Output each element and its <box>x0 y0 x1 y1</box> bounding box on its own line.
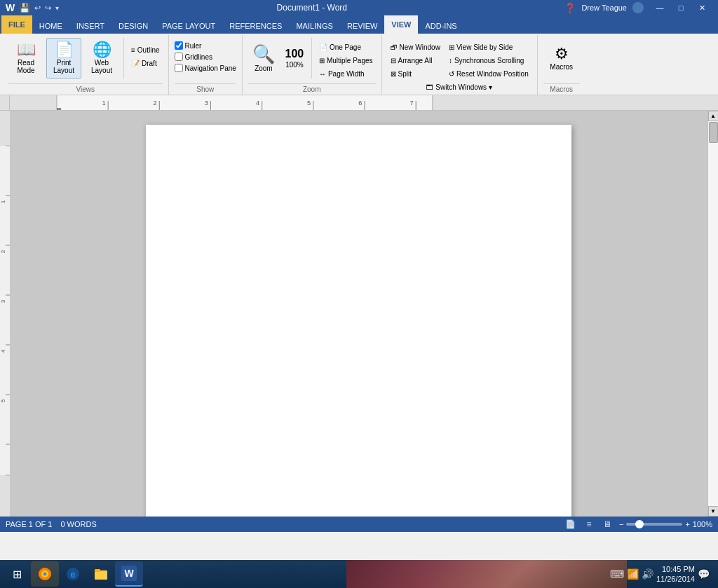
page-width-btn[interactable]: ↔ Page Width <box>316 67 376 80</box>
vertical-ruler-svg: 1 2 3 4 5 <box>0 111 10 517</box>
zoom-slider[interactable] <box>626 523 682 526</box>
views-group: 📖 ReadMode 📄 PrintLayout 🌐 WebLayout ≡ O… <box>3 35 169 95</box>
arrange-all-btn[interactable]: ⊟ Arrange All <box>388 54 443 67</box>
multiple-pages-btn[interactable]: ⊞ Multiple Pages <box>316 54 376 67</box>
file-explorer-btn[interactable] <box>87 561 115 587</box>
tab-home[interactable]: HOME <box>32 18 69 34</box>
svg-point-37 <box>43 573 47 576</box>
view-side-by-side-btn[interactable]: ⊞ View Side by Side <box>446 41 531 53</box>
volume-icon[interactable]: 🔊 <box>642 568 653 580</box>
start-btn[interactable]: ⊞ <box>3 561 31 587</box>
ruler-area: 1 2 3 4 5 6 7 <box>0 95 718 111</box>
draft-btn[interactable]: 📝 Draft <box>128 57 163 69</box>
new-window-btn[interactable]: 🗗 New Window <box>388 41 443 53</box>
file-explorer-icon <box>93 566 109 582</box>
navpane-checkbox[interactable] <box>175 64 183 72</box>
svg-rect-21 <box>0 475 10 517</box>
firefox-btn[interactable] <box>31 561 59 587</box>
view-web-btn[interactable]: 🖥 <box>601 518 614 531</box>
scroll-up-btn[interactable]: ▲ <box>708 111 719 121</box>
minimize-btn[interactable]: — <box>649 0 670 15</box>
zoom-label: Zoom <box>248 83 376 95</box>
views-divider <box>123 38 124 78</box>
taskbar: ⊞ e W ⌨ 📶 🔊 10:45 PM 11/26/2014 💬 <box>0 560 718 588</box>
outline-btn[interactable]: ≡ Outline <box>128 43 163 56</box>
system-clock[interactable]: 10:45 PM 11/26/2014 <box>656 564 695 584</box>
view-print-btn[interactable]: 📄 <box>564 518 577 531</box>
zoom-100-btn[interactable]: 100 100% <box>282 38 307 78</box>
tab-view[interactable]: VIEW <box>384 15 418 34</box>
show-group: Ruler Gridlines Navigation Pane Show <box>169 35 243 95</box>
switch-windows-btn[interactable]: 🗔 Switch Windows ▾ <box>388 81 531 93</box>
ruler-checkbox[interactable] <box>175 41 183 50</box>
views-group-content: 📖 ReadMode 📄 PrintLayout 🌐 WebLayout ≡ O… <box>8 38 163 82</box>
close-btn[interactable]: ✕ <box>691 0 712 15</box>
title-bar: W 💾 ↩ ↪ ▾ Document1 - Word ❓ Drew Teague… <box>0 0 718 15</box>
tab-review[interactable]: REVIEW <box>340 18 384 34</box>
maximize-btn[interactable]: □ <box>670 0 691 15</box>
reset-window-btn[interactable]: ↺ Reset Window Position <box>446 67 531 80</box>
read-mode-icon: 📖 <box>17 42 36 57</box>
scroll-thumb[interactable] <box>709 122 718 143</box>
new-window-icon: 🗗 <box>391 43 398 51</box>
tab-design[interactable]: DESIGN <box>111 18 155 34</box>
gridlines-checkbox[interactable] <box>175 53 183 61</box>
split-btn[interactable]: ⊠ Split <box>388 67 443 80</box>
zoom-100-label: 100% <box>285 61 304 69</box>
zoom-btn[interactable]: 🔍 Zoom <box>248 38 279 78</box>
scroll-track[interactable] <box>708 121 719 506</box>
zoom-minus-btn[interactable]: − <box>619 520 623 528</box>
sync-scrolling-btn[interactable]: ↕ Synchronous Scrolling <box>446 54 531 67</box>
sync-scroll-icon: ↕ <box>449 57 452 64</box>
print-layout-btn[interactable]: 📄 PrintLayout <box>46 38 81 78</box>
macros-btn[interactable]: ⚙ Macros <box>543 38 580 78</box>
network-icon[interactable]: 📶 <box>627 568 639 580</box>
undo-btn[interactable]: ↩ <box>34 4 41 13</box>
tab-insert[interactable]: INSERT <box>69 18 111 34</box>
status-right: 📄 ≡ 🖥 − + 100% <box>564 518 712 531</box>
word-btn[interactable]: W <box>115 561 143 587</box>
svg-text:1: 1 <box>102 100 105 107</box>
taskbar-bg <box>346 560 627 588</box>
customize-qa-icon[interactable]: ▾ <box>55 4 59 12</box>
zoom-divider <box>311 38 312 78</box>
one-page-btn[interactable]: 📄 One Page <box>316 41 376 53</box>
scroll-down-btn[interactable]: ▼ <box>708 506 719 517</box>
svg-text:3: 3 <box>205 100 208 107</box>
tab-file[interactable]: FILE <box>1 15 32 34</box>
notifications-icon[interactable]: 💬 <box>698 568 710 580</box>
web-layout-btn[interactable]: 🌐 WebLayout <box>84 38 119 78</box>
svg-text:2: 2 <box>0 249 6 253</box>
svg-text:e: e <box>70 569 75 580</box>
zoom-btn-label: Zoom <box>255 64 273 72</box>
tab-references[interactable]: REFERENCES <box>222 18 289 34</box>
keyboard-icon[interactable]: ⌨ <box>610 568 624 580</box>
ruler-label: Ruler <box>185 42 202 50</box>
ruler-svg: 1 2 3 4 5 6 7 <box>10 95 718 111</box>
view-fullscreen-btn[interactable]: ≡ <box>583 518 595 531</box>
read-mode-btn[interactable]: 📖 ReadMode <box>8 38 43 78</box>
ie-icon: e <box>65 566 81 582</box>
draft-icon: 📝 <box>131 60 140 67</box>
document-page <box>146 125 571 517</box>
document-area[interactable] <box>10 111 707 517</box>
tab-pagelayout[interactable]: PAGE LAYOUT <box>155 18 222 34</box>
ruler-corner[interactable] <box>0 95 10 111</box>
tab-addins[interactable]: ADD-INS <box>418 18 463 34</box>
svg-rect-20 <box>0 111 10 146</box>
word-taskbar-icon: W <box>121 566 137 581</box>
zoom-plus-btn[interactable]: + <box>685 520 689 528</box>
tab-mailings[interactable]: MAILINGS <box>289 18 340 34</box>
arrange-all-icon: ⊟ <box>391 57 396 64</box>
user-name[interactable]: Drew Teague <box>581 4 627 12</box>
system-tray: ⌨ 📶 🔊 10:45 PM 11/26/2014 💬 <box>604 564 715 584</box>
ribbon-tabs: FILE HOME INSERT DESIGN PAGE LAYOUT REFE… <box>0 15 718 34</box>
status-bar: PAGE 1 OF 1 0 WORDS 📄 ≡ 🖥 − + 100% <box>0 517 718 532</box>
vertical-scrollbar[interactable]: ▲ ▼ <box>707 111 718 517</box>
ie-btn[interactable]: e <box>59 561 87 587</box>
quick-save-btn[interactable]: 💾 <box>19 3 30 13</box>
help-icon[interactable]: ❓ <box>564 3 576 13</box>
redo-btn[interactable]: ↪ <box>45 4 51 13</box>
svg-text:7: 7 <box>409 100 413 107</box>
firefox-icon <box>37 566 53 582</box>
